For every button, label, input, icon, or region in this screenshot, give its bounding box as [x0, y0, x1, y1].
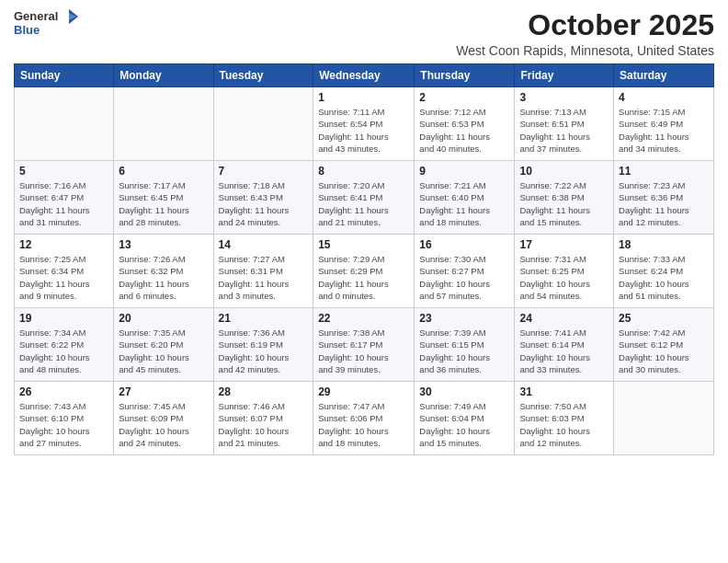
day-info: Sunrise: 7:30 AM Sunset: 6:27 PM Dayligh… [419, 253, 509, 302]
day-number: 12 [19, 238, 108, 251]
table-row [213, 87, 313, 161]
day-number: 13 [119, 238, 208, 251]
logo-blue-text: Blue [14, 24, 78, 37]
logo-container: General Blue [14, 9, 78, 37]
day-number: 8 [318, 165, 409, 178]
day-number: 18 [619, 238, 709, 251]
header: General Blue October 2025 West Coon Rapi… [14, 9, 714, 58]
table-row: 2Sunrise: 7:12 AM Sunset: 6:53 PM Daylig… [415, 87, 515, 161]
day-number: 5 [19, 165, 108, 178]
table-row: 31Sunrise: 7:50 AM Sunset: 6:03 PM Dayli… [515, 382, 614, 455]
day-number: 26 [19, 385, 108, 398]
day-number: 28 [219, 385, 309, 398]
day-info: Sunrise: 7:36 AM Sunset: 6:19 PM Dayligh… [219, 327, 309, 375]
table-row: 15Sunrise: 7:29 AM Sunset: 6:29 PM Dayli… [313, 235, 415, 308]
day-info: Sunrise: 7:34 AM Sunset: 6:22 PM Dayligh… [19, 327, 108, 375]
day-number: 15 [318, 238, 409, 251]
table-row: 29Sunrise: 7:47 AM Sunset: 6:06 PM Dayli… [313, 382, 415, 455]
day-info: Sunrise: 7:18 AM Sunset: 6:43 PM Dayligh… [219, 179, 309, 228]
day-info: Sunrise: 7:20 AM Sunset: 6:41 PM Dayligh… [318, 179, 409, 228]
day-info: Sunrise: 7:49 AM Sunset: 6:04 PM Dayligh… [419, 400, 509, 449]
table-row: 18Sunrise: 7:33 AM Sunset: 6:24 PM Dayli… [614, 235, 714, 308]
day-number: 3 [519, 91, 609, 104]
day-info: Sunrise: 7:11 AM Sunset: 6:54 PM Dayligh… [318, 106, 409, 155]
table-row: 14Sunrise: 7:27 AM Sunset: 6:31 PM Dayli… [213, 235, 313, 308]
table-row: 12Sunrise: 7:25 AM Sunset: 6:34 PM Dayli… [15, 235, 114, 308]
day-info: Sunrise: 7:17 AM Sunset: 6:45 PM Dayligh… [119, 179, 208, 228]
day-info: Sunrise: 7:16 AM Sunset: 6:47 PM Dayligh… [19, 179, 108, 228]
day-info: Sunrise: 7:33 AM Sunset: 6:24 PM Dayligh… [619, 253, 709, 302]
table-row [114, 87, 213, 161]
calendar-header-row: Sunday Monday Tuesday Wednesday Thursday… [15, 64, 714, 87]
table-row: 23Sunrise: 7:39 AM Sunset: 6:15 PM Dayli… [415, 308, 515, 382]
day-info: Sunrise: 7:50 AM Sunset: 6:03 PM Dayligh… [519, 400, 609, 449]
table-row: 21Sunrise: 7:36 AM Sunset: 6:19 PM Dayli… [213, 308, 313, 382]
day-number: 24 [519, 312, 609, 325]
table-row: 22Sunrise: 7:38 AM Sunset: 6:17 PM Dayli… [313, 308, 415, 382]
day-info: Sunrise: 7:31 AM Sunset: 6:25 PM Dayligh… [519, 253, 609, 302]
logo: General Blue [14, 9, 78, 37]
month-title: October 2025 [456, 9, 714, 41]
day-info: Sunrise: 7:35 AM Sunset: 6:20 PM Dayligh… [119, 327, 208, 375]
day-info: Sunrise: 7:42 AM Sunset: 6:12 PM Dayligh… [619, 327, 709, 375]
header-tuesday: Tuesday [213, 64, 313, 87]
table-row: 9Sunrise: 7:21 AM Sunset: 6:40 PM Daylig… [415, 161, 515, 235]
header-saturday: Saturday [614, 64, 714, 87]
header-wednesday: Wednesday [313, 64, 415, 87]
day-number: 6 [119, 165, 208, 178]
day-number: 30 [419, 385, 509, 398]
week-row-4: 19Sunrise: 7:34 AM Sunset: 6:22 PM Dayli… [15, 308, 714, 382]
table-row: 11Sunrise: 7:23 AM Sunset: 6:36 PM Dayli… [614, 161, 714, 235]
table-row: 30Sunrise: 7:49 AM Sunset: 6:04 PM Dayli… [415, 382, 515, 455]
header-monday: Monday [114, 64, 213, 87]
day-number: 23 [419, 312, 509, 325]
logo-bird-icon [60, 9, 78, 24]
day-info: Sunrise: 7:26 AM Sunset: 6:32 PM Dayligh… [119, 253, 208, 302]
day-number: 14 [219, 238, 309, 251]
table-row: 4Sunrise: 7:15 AM Sunset: 6:49 PM Daylig… [614, 87, 714, 161]
day-number: 9 [419, 165, 509, 178]
table-row: 17Sunrise: 7:31 AM Sunset: 6:25 PM Dayli… [515, 235, 614, 308]
day-info: Sunrise: 7:25 AM Sunset: 6:34 PM Dayligh… [19, 253, 108, 302]
day-number: 11 [619, 165, 709, 178]
day-number: 19 [19, 312, 108, 325]
day-info: Sunrise: 7:21 AM Sunset: 6:40 PM Dayligh… [419, 179, 509, 228]
table-row: 1Sunrise: 7:11 AM Sunset: 6:54 PM Daylig… [313, 87, 415, 161]
table-row: 26Sunrise: 7:43 AM Sunset: 6:10 PM Dayli… [15, 382, 114, 455]
table-row: 25Sunrise: 7:42 AM Sunset: 6:12 PM Dayli… [614, 308, 714, 382]
day-number: 29 [318, 385, 409, 398]
table-row: 27Sunrise: 7:45 AM Sunset: 6:09 PM Dayli… [114, 382, 213, 455]
logo-general-text: General [14, 10, 58, 23]
day-info: Sunrise: 7:39 AM Sunset: 6:15 PM Dayligh… [419, 327, 509, 375]
day-info: Sunrise: 7:22 AM Sunset: 6:38 PM Dayligh… [519, 179, 609, 228]
day-info: Sunrise: 7:43 AM Sunset: 6:10 PM Dayligh… [19, 400, 108, 449]
table-row: 24Sunrise: 7:41 AM Sunset: 6:14 PM Dayli… [515, 308, 614, 382]
table-row: 19Sunrise: 7:34 AM Sunset: 6:22 PM Dayli… [15, 308, 114, 382]
day-info: Sunrise: 7:13 AM Sunset: 6:51 PM Dayligh… [519, 106, 609, 155]
table-row: 6Sunrise: 7:17 AM Sunset: 6:45 PM Daylig… [114, 161, 213, 235]
day-info: Sunrise: 7:46 AM Sunset: 6:07 PM Dayligh… [219, 400, 309, 449]
table-row: 28Sunrise: 7:46 AM Sunset: 6:07 PM Dayli… [213, 382, 313, 455]
table-row: 5Sunrise: 7:16 AM Sunset: 6:47 PM Daylig… [15, 161, 114, 235]
day-number: 17 [519, 238, 609, 251]
day-number: 21 [219, 312, 309, 325]
week-row-3: 12Sunrise: 7:25 AM Sunset: 6:34 PM Dayli… [15, 235, 714, 308]
day-number: 10 [519, 165, 609, 178]
day-number: 20 [119, 312, 208, 325]
day-number: 16 [419, 238, 509, 251]
header-sunday: Sunday [15, 64, 114, 87]
table-row [614, 382, 714, 455]
location-title: West Coon Rapids, Minnesota, United Stat… [456, 43, 714, 58]
page: General Blue October 2025 West Coon Rapi… [0, 0, 728, 563]
day-info: Sunrise: 7:12 AM Sunset: 6:53 PM Dayligh… [419, 106, 509, 155]
title-section: October 2025 West Coon Rapids, Minnesota… [456, 9, 714, 58]
day-info: Sunrise: 7:29 AM Sunset: 6:29 PM Dayligh… [318, 253, 409, 302]
week-row-1: 1Sunrise: 7:11 AM Sunset: 6:54 PM Daylig… [15, 87, 714, 161]
day-number: 4 [619, 91, 709, 104]
day-info: Sunrise: 7:27 AM Sunset: 6:31 PM Dayligh… [219, 253, 309, 302]
day-info: Sunrise: 7:23 AM Sunset: 6:36 PM Dayligh… [619, 179, 709, 228]
day-info: Sunrise: 7:15 AM Sunset: 6:49 PM Dayligh… [619, 106, 709, 155]
day-number: 7 [219, 165, 309, 178]
table-row: 20Sunrise: 7:35 AM Sunset: 6:20 PM Dayli… [114, 308, 213, 382]
day-number: 2 [419, 91, 509, 104]
